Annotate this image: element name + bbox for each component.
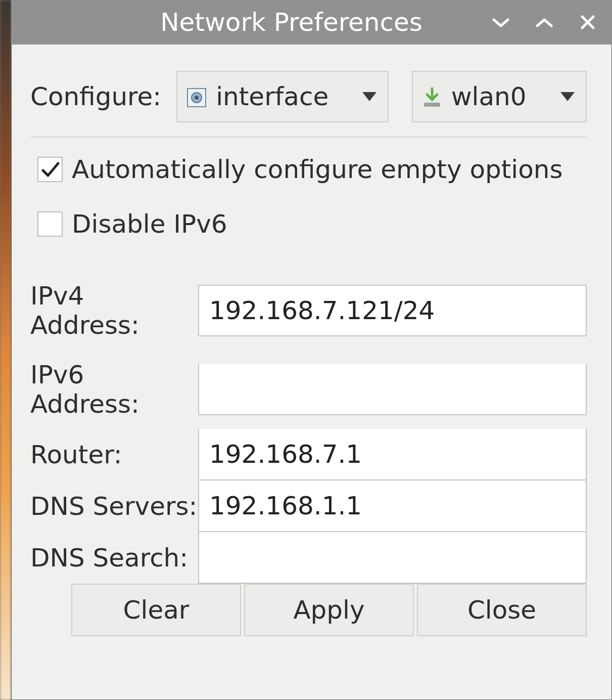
titlebar-controls (490, 0, 599, 45)
disable-ipv6-checkbox[interactable] (37, 211, 63, 237)
router-input[interactable] (198, 429, 587, 480)
router-label: Router: (30, 430, 198, 479)
disable-ipv6-row: Disable IPv6 (30, 209, 587, 239)
auto-configure-checkbox[interactable] (37, 157, 63, 182)
desktop-background-strip (0, 0, 11, 700)
wlan-value: wlan0 (451, 82, 527, 111)
ipv4-label: IPv4 Address: (30, 271, 198, 350)
apply-button[interactable]: Apply (244, 584, 414, 636)
maximize-icon[interactable] (533, 11, 555, 33)
ipv6-label: IPv6 Address: (30, 350, 198, 429)
divider (30, 137, 587, 138)
dns-search-input[interactable] (198, 532, 587, 584)
download-icon (421, 85, 443, 108)
clear-button[interactable]: Clear (71, 584, 241, 636)
configure-row: Configure: interface (30, 71, 587, 122)
dns-search-label: DNS Search: (30, 533, 198, 583)
network-preferences-window: Network Preferences Configure: (11, 0, 612, 700)
interface-dropdown[interactable]: interface (176, 71, 388, 122)
ipv6-input[interactable] (198, 364, 587, 415)
configure-label: Configure: (30, 82, 161, 111)
ipv4-input[interactable] (198, 285, 587, 336)
action-button-row: Clear Apply Close (30, 584, 587, 636)
interface-icon (185, 85, 208, 108)
dns-servers-input[interactable] (198, 480, 587, 532)
chevron-down-icon (362, 92, 376, 101)
disable-ipv6-label: Disable IPv6 (72, 209, 227, 239)
window-client-area: Configure: interface (11, 45, 612, 700)
chevron-down-icon (560, 92, 575, 101)
titlebar[interactable]: Network Preferences (11, 0, 612, 45)
auto-configure-row: Automatically configure empty options (30, 155, 587, 184)
svg-rect-3 (424, 103, 440, 107)
wlan-dropdown[interactable]: wlan0 (412, 71, 587, 122)
auto-configure-label: Automatically configure empty options (72, 155, 563, 184)
svg-point-2 (195, 96, 199, 100)
close-icon[interactable] (577, 11, 599, 33)
close-button[interactable]: Close (417, 584, 587, 636)
interface-value: interface (216, 82, 328, 111)
minimize-icon[interactable] (490, 11, 512, 33)
window-title: Network Preferences (160, 8, 422, 37)
dns-servers-label: DNS Servers: (30, 482, 198, 531)
fields-grid: IPv4 Address: IPv6 Address: Router: DNS … (30, 271, 587, 584)
